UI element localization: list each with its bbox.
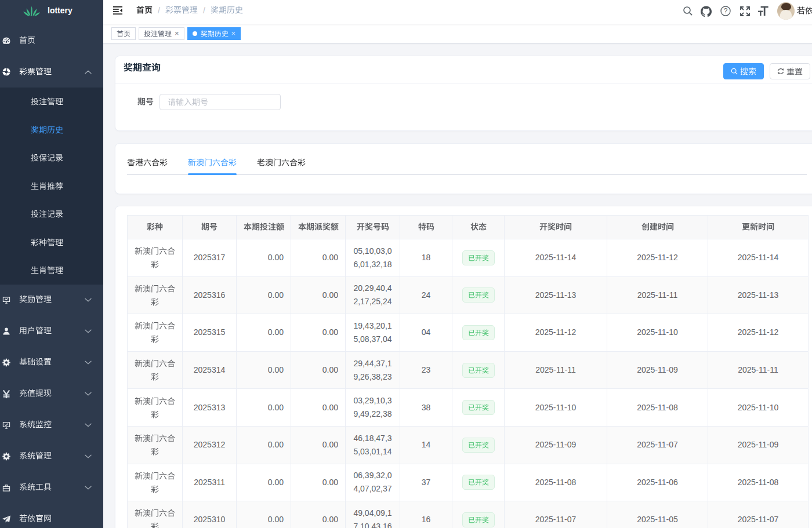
svg-text:?: ? [724,7,728,15]
